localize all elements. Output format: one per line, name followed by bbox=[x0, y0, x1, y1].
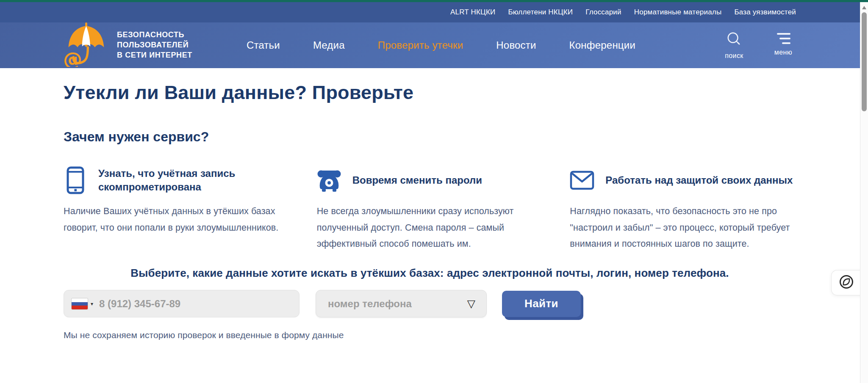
feature-text: Наличие Ваших учётных данных в утёкших б… bbox=[64, 203, 290, 236]
nav-item-conferences[interactable]: Конференции bbox=[569, 39, 635, 51]
nav-item-check-leaks[interactable]: Проверить утечки bbox=[378, 39, 463, 51]
search-type-value: номер телефона bbox=[328, 298, 412, 310]
contrast-leaf-icon bbox=[838, 274, 854, 292]
main-nav: Статьи Медиа Проверить утечки Новости Ко… bbox=[247, 39, 635, 51]
nav-item-media[interactable]: Медиа bbox=[313, 39, 345, 51]
scroll-up-arrow[interactable] bbox=[862, 6, 866, 9]
feature-protect-data: Работать над защитой своих данных Нагляд… bbox=[570, 161, 796, 252]
russia-flag-icon[interactable] bbox=[72, 298, 88, 309]
nav-item-news[interactable]: Новости bbox=[496, 39, 536, 51]
envelope-icon bbox=[570, 171, 594, 190]
content: Утекли ли Ваши данные? Проверьте Зачем н… bbox=[0, 82, 868, 340]
flag-caret-icon[interactable]: ▾ bbox=[91, 301, 93, 307]
search-type-select[interactable]: номер телефона ▽ bbox=[316, 290, 487, 317]
section-heading: Зачем нужен сервис? bbox=[64, 129, 796, 145]
page: ALRT НКЦКИ Бюллетени НКЦКИ Глоссарий Нор… bbox=[0, 0, 868, 383]
feature-title: Работать над защитой своих данных bbox=[605, 174, 793, 187]
chevron-down-icon: ▽ bbox=[467, 298, 475, 310]
feature-title: Вовремя сменить пароли bbox=[352, 174, 482, 187]
scrollbar-track[interactable] bbox=[860, 2, 868, 383]
logo-text: БЕЗОПАСНОСТЬ ПОЛЬЗОВАТЕЛЕЙ В СЕТИ ИНТЕРН… bbox=[117, 30, 192, 61]
topbar-link-glossary[interactable]: Глоссарий bbox=[585, 8, 621, 17]
features: Узнать, что учётная запись скомпрометиро… bbox=[64, 161, 796, 252]
leak-search-form: ▾ номер телефона ▽ Найти bbox=[64, 290, 796, 317]
scrollbar-thumb[interactable] bbox=[862, 12, 867, 111]
phone-input[interactable] bbox=[99, 298, 292, 310]
telephone-icon bbox=[317, 168, 341, 192]
menu-label: меню bbox=[774, 49, 792, 56]
search-label: поиск bbox=[725, 52, 743, 60]
nav-item-articles[interactable]: Статьи bbox=[247, 39, 280, 51]
feature-account-compromised: Узнать, что учётная запись скомпрометиро… bbox=[64, 161, 290, 252]
navbar: @ БЕЗОПАСНОСТЬ ПОЛЬЗОВАТЕЛЕЙ В СЕТИ ИНТЕ… bbox=[0, 22, 868, 68]
feature-text: Не всегда злоумышленники сразу использую… bbox=[317, 203, 543, 252]
svg-text:@: @ bbox=[63, 48, 82, 67]
topbar: ALRT НКЦКИ Бюллетени НКЦКИ Глоссарий Нор… bbox=[0, 2, 868, 22]
topbar-link-vulnerability-db[interactable]: База уязвимостей bbox=[734, 8, 796, 17]
privacy-note: Мы не сохраняем историю проверок и введе… bbox=[64, 330, 796, 340]
phone-input-field[interactable]: ▾ bbox=[64, 290, 300, 317]
menu-icon bbox=[776, 31, 790, 46]
feature-title: Узнать, что учётная запись скомпрометиро… bbox=[98, 167, 290, 194]
search-button[interactable]: поиск bbox=[721, 31, 747, 60]
topbar-link-alrt-nkcki[interactable]: ALRT НКЦКИ bbox=[450, 8, 495, 17]
topbar-link-bulletins-nkcki[interactable]: Бюллетени НКЦКИ bbox=[508, 8, 573, 17]
search-icon bbox=[726, 31, 742, 49]
find-button[interactable]: Найти bbox=[502, 291, 581, 317]
nav-tools: поиск меню bbox=[721, 31, 796, 60]
umbrella-at-logo-icon: @ bbox=[63, 22, 110, 69]
feature-change-passwords: Вовремя сменить пароли Не всегда злоумыш… bbox=[317, 161, 543, 252]
feature-text: Наглядно показать, что безопасность это … bbox=[570, 203, 796, 252]
smartphone-icon bbox=[64, 166, 87, 194]
page-title: Утекли ли Ваши данные? Проверьте bbox=[64, 82, 796, 104]
menu-button[interactable]: меню bbox=[771, 31, 796, 60]
topbar-link-normative-materials[interactable]: Нормативные материалы bbox=[634, 8, 722, 17]
form-instruction: Выберите, какие данные хотите искать в у… bbox=[64, 267, 796, 280]
site-logo[interactable]: @ БЕЗОПАСНОСТЬ ПОЛЬЗОВАТЕЛЕЙ В СЕТИ ИНТЕ… bbox=[63, 22, 192, 69]
